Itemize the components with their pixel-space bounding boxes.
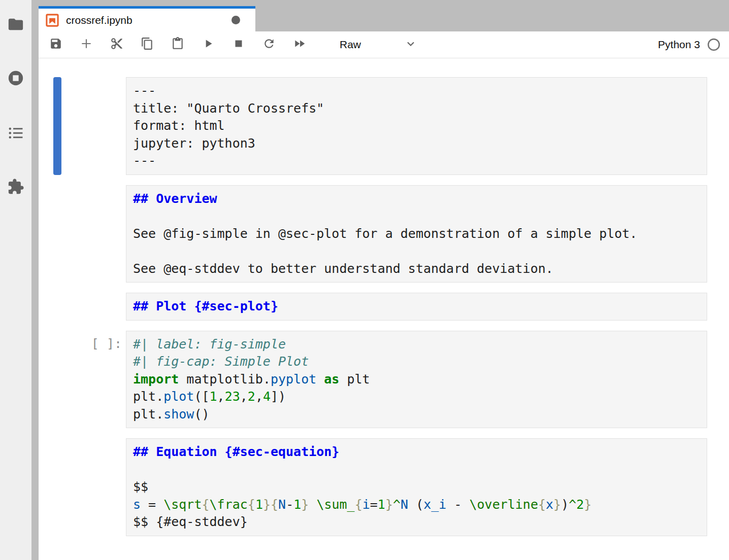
save-button[interactable]	[49, 38, 62, 51]
notebook-cell-raw: ---title: "Quarto Crossrefs"format: html…	[39, 77, 729, 175]
cell-editor[interactable]: ## Plot {#sec-plot}	[126, 293, 707, 321]
fast-forward-icon	[293, 37, 306, 52]
kernel-indicator: Python 3	[658, 38, 720, 51]
chevron-down-icon	[405, 38, 417, 52]
notebook-toolbar: Raw Python 3	[39, 31, 729, 58]
tab-bar: crossref.ipynb	[39, 0, 729, 31]
stop-icon	[232, 37, 245, 52]
tab-title: crossref.ipynb	[66, 14, 231, 26]
cell-editor[interactable]: ## Equation {#sec-equation}$$s = \sqrt{\…	[126, 438, 707, 536]
cell-prompt-area	[39, 293, 126, 321]
cell-prompt-area: [ ]:	[39, 331, 126, 429]
cell-editor[interactable]: ## OverviewSee @fig-simple in @sec-plot …	[126, 185, 707, 283]
left-activity-bar	[0, 0, 31, 560]
code-line: plt.plot([1,23,2,4])	[133, 388, 700, 406]
code-line: #| fig-cap: Simple Plot	[133, 353, 700, 371]
code-line: #| label: fig-simple	[133, 336, 700, 354]
paste-cells-button[interactable]	[171, 38, 184, 51]
notebook-cell-code: [ ]:#| label: fig-simple#| fig-cap: Simp…	[39, 331, 729, 429]
restart-run-all-button[interactable]	[293, 38, 306, 51]
code-line: See @fig-simple in @sec-plot for a demon…	[133, 225, 700, 243]
cell-prompt-area	[39, 77, 126, 175]
code-line: See @eq-stddev to better understand stan…	[133, 260, 700, 278]
copy-icon	[141, 37, 154, 52]
table-of-contents-tab[interactable]	[7, 125, 25, 143]
cell-prompt-area	[39, 438, 126, 536]
insert-cell-button[interactable]	[80, 38, 93, 51]
execution-count: [ ]:	[91, 335, 122, 353]
cell-editor[interactable]: #| label: fig-simple#| fig-cap: Simple P…	[126, 331, 707, 429]
code-line: $$ {#eq-stddev}	[133, 513, 700, 531]
code-line: s = \sqrt{\frac{1}{N-1} \sum_{i=1}^N (x_…	[133, 496, 700, 514]
extension-manager-tab[interactable]	[7, 179, 25, 197]
copy-cells-button[interactable]	[141, 38, 154, 51]
cell-type-dropdown[interactable]: Raw	[340, 38, 417, 52]
main-area: crossref.ipynb	[39, 0, 729, 560]
notebook-cells: ---title: "Quarto Crossrefs"format: html…	[39, 58, 729, 560]
cut-cells-button[interactable]	[110, 38, 123, 51]
sidebar-divider	[31, 0, 39, 560]
selected-cell-indicator[interactable]	[53, 77, 61, 175]
kernel-name[interactable]: Python 3	[658, 39, 700, 51]
code-line	[133, 207, 700, 225]
code-line: ## Plot {#sec-plot}	[133, 298, 700, 316]
code-line: ## Overview	[133, 190, 700, 208]
interrupt-kernel-button[interactable]	[232, 38, 245, 51]
scissors-icon	[110, 37, 123, 52]
restart-icon	[262, 37, 276, 52]
code-line: format: html	[133, 117, 700, 135]
code-line: title: "Quarto Crossrefs"	[133, 100, 700, 118]
notebook-cell-markdown: ## Plot {#sec-plot}	[39, 293, 729, 321]
puzzle-icon	[7, 178, 24, 197]
save-icon	[49, 37, 62, 52]
running-sessions-tab[interactable]	[7, 70, 25, 88]
code-line: ## Equation {#sec-equation}	[133, 443, 700, 461]
notebook-cell-markdown: ## OverviewSee @fig-simple in @sec-plot …	[39, 185, 729, 283]
code-line: jupyter: python3	[133, 135, 700, 153]
code-line	[133, 461, 700, 479]
cell-editor[interactable]: ---title: "Quarto Crossrefs"format: html…	[126, 77, 707, 175]
unsaved-changes-indicator[interactable]	[231, 16, 240, 24]
file-browser-tab[interactable]	[7, 16, 25, 34]
folder-icon	[7, 16, 24, 35]
stop-circle-icon	[7, 69, 24, 89]
code-line: ---	[133, 82, 700, 100]
code-line: ---	[133, 152, 700, 170]
clipboard-icon	[171, 37, 184, 52]
cell-prompt-area	[39, 185, 126, 283]
notebook-cell-markdown: ## Equation {#sec-equation}$$s = \sqrt{\…	[39, 438, 729, 536]
kernel-status-icon	[707, 38, 720, 51]
plus-icon	[80, 37, 93, 52]
tab-crossref-notebook[interactable]: crossref.ipynb	[39, 6, 255, 31]
code-line: $$	[133, 478, 700, 496]
cell-type-value: Raw	[340, 39, 361, 51]
code-line: import matplotlib.pyplot as plt	[133, 371, 700, 389]
restart-kernel-button[interactable]	[262, 38, 276, 51]
code-line	[133, 242, 700, 260]
list-icon	[7, 124, 24, 144]
run-cell-button[interactable]	[202, 38, 215, 51]
notebook-file-icon	[46, 14, 59, 27]
play-icon	[202, 37, 215, 52]
code-line: plt.show()	[133, 406, 700, 424]
